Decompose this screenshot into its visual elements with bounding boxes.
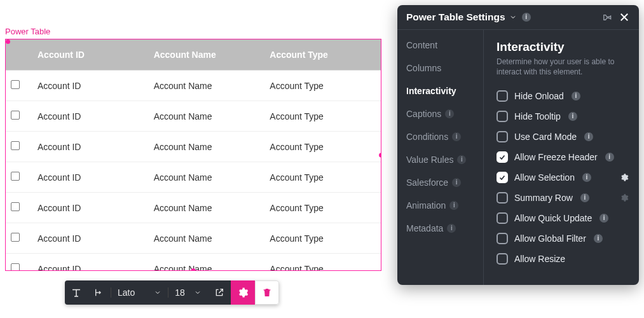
cell-account-id: Account ID <box>32 101 149 132</box>
nav-item-metadata[interactable]: Metadatai <box>406 223 483 233</box>
row-checkbox[interactable] <box>11 141 20 150</box>
nav-item-value-rules[interactable]: Value Rulesi <box>406 155 483 165</box>
info-icon[interactable]: i <box>568 112 577 121</box>
nav-item-salesforce[interactable]: Salesforcei <box>406 177 483 188</box>
option-allow-global-filter: Allow Global Filteri <box>497 228 629 249</box>
close-icon[interactable] <box>619 11 630 23</box>
pin-icon[interactable] <box>602 12 612 22</box>
info-icon[interactable]: i <box>605 153 614 162</box>
nav-item-label: Columns <box>406 63 441 73</box>
row-checkbox[interactable] <box>11 172 20 181</box>
settings-button[interactable] <box>231 280 255 305</box>
option-checkbox[interactable] <box>497 131 508 142</box>
option-checkbox[interactable] <box>497 192 508 204</box>
info-icon[interactable]: i <box>580 193 589 202</box>
nav-item-columns[interactable]: Columns <box>406 63 483 73</box>
info-icon[interactable]: i <box>572 92 580 100</box>
cell-account-type: Account Type <box>264 193 381 223</box>
nav-item-captions[interactable]: Captionsi <box>406 109 483 119</box>
option-checkbox[interactable] <box>497 172 508 183</box>
option-checkbox[interactable] <box>497 253 508 265</box>
gear-icon[interactable] <box>620 173 629 182</box>
cell-account-name: Account Name <box>149 223 265 254</box>
nav-item-content[interactable]: Content <box>406 40 483 50</box>
power-table-frame[interactable]: Account ID Account Name Account Type Acc… <box>5 39 381 271</box>
option-checkbox[interactable] <box>497 90 508 102</box>
chevron-down-icon <box>194 289 202 296</box>
option-checkbox[interactable] <box>497 233 508 244</box>
section-desc: Determine how your user is able to inter… <box>497 57 629 77</box>
nav-item-interactivity[interactable]: Interactivity <box>406 86 483 96</box>
text-tool-button[interactable] <box>65 287 88 298</box>
cell-account-type: Account Type <box>264 162 381 193</box>
col-checkbox-header <box>6 39 32 71</box>
table-row[interactable]: Account IDAccount NameAccount Type <box>6 101 381 132</box>
cell-account-id: Account ID <box>32 162 149 193</box>
col-header[interactable]: Account Type <box>264 39 381 71</box>
table-row[interactable]: Account IDAccount NameAccount Type <box>6 132 381 162</box>
table-row[interactable]: Account IDAccount NameAccount Type <box>6 71 381 101</box>
table-row[interactable]: Account IDAccount NameAccount Type <box>6 223 381 254</box>
option-label: Allow Freeze Header <box>514 152 598 162</box>
nav-item-conditions[interactable]: Conditionsi <box>406 132 483 142</box>
cell-account-id: Account ID <box>32 132 149 162</box>
table-row[interactable]: Account IDAccount NameAccount Type <box>6 193 381 223</box>
info-icon[interactable]: i <box>599 214 608 223</box>
nav-item-label: Content <box>406 40 437 50</box>
gear-icon[interactable] <box>620 193 629 202</box>
cell-account-type: Account Type <box>264 132 381 162</box>
font-size-select[interactable]: 18 <box>168 287 208 298</box>
option-label: Summary Row <box>514 193 573 203</box>
col-header[interactable]: Account ID <box>32 39 149 71</box>
chevron-down-icon <box>154 289 161 296</box>
cell-account-id: Account ID <box>32 254 149 272</box>
info-icon[interactable]: i <box>522 13 531 22</box>
table-row[interactable]: Account IDAccount NameAccount Type <box>6 162 381 193</box>
panel-title: Power Table Settings <box>406 11 505 23</box>
nav-item-animation[interactable]: Animationi <box>406 200 483 211</box>
option-allow-resize: Allow Resize <box>497 249 629 269</box>
nav-item-label: Metadata <box>406 223 443 233</box>
chevron-down-icon[interactable] <box>509 13 517 21</box>
row-checkbox[interactable] <box>11 111 20 120</box>
nav-item-label: Animation <box>406 200 446 211</box>
info-icon[interactable]: i <box>584 132 593 141</box>
cell-account-name: Account Name <box>149 71 265 101</box>
info-icon: i <box>457 155 466 164</box>
align-left-button[interactable] <box>88 287 111 298</box>
row-checkbox[interactable] <box>11 233 20 242</box>
row-checkbox[interactable] <box>11 263 20 271</box>
power-table: Account ID Account Name Account Type Acc… <box>6 39 381 271</box>
row-checkbox[interactable] <box>11 202 20 211</box>
format-toolbar: Lato 18 <box>65 280 279 305</box>
cell-account-type: Account Type <box>264 254 381 272</box>
option-label: Hide Onload <box>514 91 564 101</box>
option-label: Allow Global Filter <box>514 233 586 244</box>
option-label: Allow Resize <box>514 254 565 264</box>
info-icon: i <box>452 132 461 141</box>
options-list: Hide OnloadiHide TooltipiUse Card ModeiA… <box>497 86 629 269</box>
info-icon[interactable]: i <box>594 234 603 243</box>
row-checkbox[interactable] <box>11 80 20 89</box>
resize-handle-right[interactable] <box>379 153 381 157</box>
info-icon[interactable]: i <box>582 173 591 182</box>
option-checkbox[interactable] <box>497 212 508 224</box>
option-label: Use Card Mode <box>514 132 577 142</box>
option-checkbox[interactable] <box>497 151 508 163</box>
font-family-select[interactable]: Lato <box>111 287 168 298</box>
info-icon: i <box>452 178 461 187</box>
delete-button[interactable] <box>255 280 279 305</box>
option-label: Allow Selection <box>514 172 575 183</box>
cell-account-type: Account Type <box>264 71 381 101</box>
nav-item-label: Captions <box>406 109 441 119</box>
option-label: Allow Quick Update <box>514 213 592 223</box>
panel-nav: ContentColumnsInteractivityCaptionsiCond… <box>397 30 484 285</box>
option-summary-row: Summary Rowi <box>497 188 629 208</box>
option-allow-quick-update: Allow Quick Updatei <box>497 208 629 228</box>
option-allow-freeze-header: Allow Freeze Headeri <box>497 147 629 167</box>
nav-item-label: Salesforce <box>406 177 448 188</box>
open-external-button[interactable] <box>208 287 231 298</box>
option-checkbox[interactable] <box>497 111 508 122</box>
cell-account-id: Account ID <box>32 223 149 254</box>
col-header[interactable]: Account Name <box>149 39 265 71</box>
